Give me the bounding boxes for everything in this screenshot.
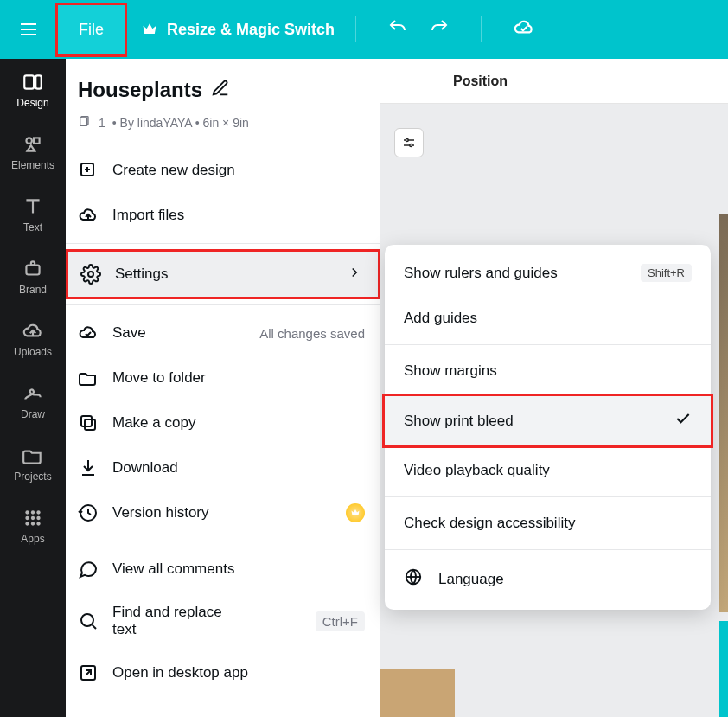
submenu-language[interactable]: Language — [385, 554, 711, 605]
svg-point-10 — [31, 510, 35, 514]
menu-view-all-comments[interactable]: View all comments — [66, 547, 380, 592]
save-status: All changes saved — [259, 326, 365, 341]
topbar: File Resize & Magic Switch — [0, 0, 728, 59]
file-menu: Houseplants 1 • By lindaYAYA • 6in × 9in… — [66, 59, 380, 717]
submenu-show-rulers[interactable]: Show rulers and guides Shift+R — [385, 250, 711, 296]
adjustments-icon[interactable] — [394, 128, 424, 157]
separator — [385, 344, 711, 345]
separator — [66, 243, 380, 244]
separator — [385, 496, 711, 497]
undo-icon[interactable] — [387, 17, 408, 42]
separator — [355, 16, 356, 42]
sidebar-item-label: Draw — [21, 408, 45, 420]
svg-rect-6 — [34, 138, 40, 144]
svg-point-8 — [31, 261, 35, 265]
sidebar-item-label: Apps — [21, 533, 44, 545]
sidebar-item-elements[interactable]: Elements — [11, 133, 54, 171]
file-button[interactable]: File — [55, 3, 127, 57]
menu-label: Version history — [112, 504, 209, 522]
sidebar-item-brand[interactable]: Brand — [19, 258, 47, 296]
svg-point-27 — [88, 272, 93, 277]
sidebar-item-text[interactable]: Text — [22, 195, 44, 234]
submenu-add-guides[interactable]: Add guides — [385, 296, 711, 341]
submenu-show-margins[interactable]: Show margins — [385, 349, 711, 394]
sidebar-item-label: Text — [23, 221, 42, 234]
submenu-label: Show rulers and guides — [404, 265, 558, 282]
menu-save[interactable]: Save All changes saved — [66, 310, 380, 355]
svg-rect-4 — [35, 75, 42, 88]
cloud-sync-icon[interactable] — [513, 16, 535, 42]
pages-icon — [78, 114, 92, 131]
separator — [66, 701, 380, 701]
menu-make-a-copy[interactable]: Make a copy — [66, 400, 380, 445]
edit-title-icon[interactable] — [211, 79, 230, 101]
submenu-label: Language — [438, 571, 504, 588]
separator — [66, 541, 380, 541]
sidebar-item-label: Brand — [19, 284, 47, 296]
svg-point-21 — [410, 144, 412, 147]
menu-icon[interactable] — [7, 8, 50, 51]
submenu-video-quality[interactable]: Video playback quality — [385, 448, 711, 493]
sidebar-item-label: Uploads — [14, 346, 52, 358]
sidebar-item-label: Projects — [14, 471, 51, 483]
resize-magic-switch[interactable]: Resize & Magic Switch — [167, 21, 335, 39]
menu-label: View all comments — [112, 560, 234, 578]
menu-import-files[interactable]: Import files — [66, 193, 380, 238]
sidebar: Design Elements Text Brand Uploads Draw … — [0, 59, 66, 717]
submenu-label: Show margins — [404, 362, 497, 380]
svg-point-5 — [26, 138, 32, 144]
menu-settings[interactable]: Settings — [66, 249, 380, 299]
chevron-right-icon — [347, 265, 362, 285]
sidebar-item-draw[interactable]: Draw — [21, 382, 45, 420]
submenu-label: Video playback quality — [404, 462, 550, 479]
svg-point-15 — [25, 522, 29, 525]
menu-label: Open in desktop app — [112, 664, 248, 682]
check-icon — [674, 410, 692, 432]
sidebar-item-label: Design — [16, 97, 48, 109]
menu-help[interactable]: Help — [66, 707, 380, 717]
menu-move-to-folder[interactable]: Move to folder — [66, 355, 380, 400]
svg-point-14 — [36, 516, 40, 520]
submenu-label: Show print bleed — [404, 413, 514, 430]
menu-label: Find and replace text — [112, 604, 242, 638]
sidebar-item-label: Elements — [11, 159, 54, 171]
menu-label: Import files — [112, 207, 184, 224]
sidebar-item-projects[interactable]: Projects — [14, 445, 51, 483]
svg-point-30 — [81, 614, 93, 626]
globe-icon — [404, 567, 423, 591]
svg-rect-7 — [26, 266, 39, 275]
svg-point-9 — [25, 510, 29, 514]
canvas-preview — [719, 621, 728, 717]
submenu-label: Add guides — [404, 310, 477, 327]
svg-rect-28 — [85, 419, 95, 430]
menu-find-replace[interactable]: Find and replace text Ctrl+F — [66, 592, 380, 650]
submenu-accessibility[interactable]: Check design accessibility — [385, 501, 711, 546]
svg-line-31 — [93, 625, 96, 629]
svg-point-11 — [36, 510, 40, 514]
menu-create-new-design[interactable]: Create new design — [66, 148, 380, 193]
svg-rect-23 — [80, 118, 87, 125]
document-title: Houseplants — [78, 78, 202, 102]
menu-label: Move to folder — [112, 369, 206, 387]
file-header: Houseplants 1 • By lindaYAYA • 6in × 9in — [66, 59, 380, 141]
sidebar-item-apps[interactable]: Apps — [21, 507, 44, 545]
svg-point-20 — [406, 139, 408, 142]
menu-download[interactable]: Download — [66, 445, 380, 490]
submenu-show-print-bleed[interactable]: Show print bleed — [382, 394, 713, 448]
sidebar-item-design[interactable]: Design — [16, 71, 48, 109]
svg-rect-3 — [24, 75, 34, 88]
svg-point-16 — [31, 522, 35, 525]
menu-label: Make a copy — [112, 414, 195, 432]
position-button[interactable]: Position — [453, 74, 508, 89]
menu-version-history[interactable]: Version history — [66, 490, 380, 535]
canvas-preview — [719, 214, 728, 612]
separator — [481, 16, 482, 42]
svg-rect-29 — [81, 416, 92, 426]
svg-point-17 — [36, 522, 40, 525]
submenu-label: Check design accessibility — [404, 515, 575, 532]
sidebar-item-uploads[interactable]: Uploads — [14, 320, 52, 358]
redo-icon[interactable] — [429, 17, 450, 42]
menu-open-desktop[interactable]: Open in desktop app — [66, 650, 380, 695]
crown-icon — [141, 21, 158, 38]
page-count: 1 — [99, 116, 105, 130]
